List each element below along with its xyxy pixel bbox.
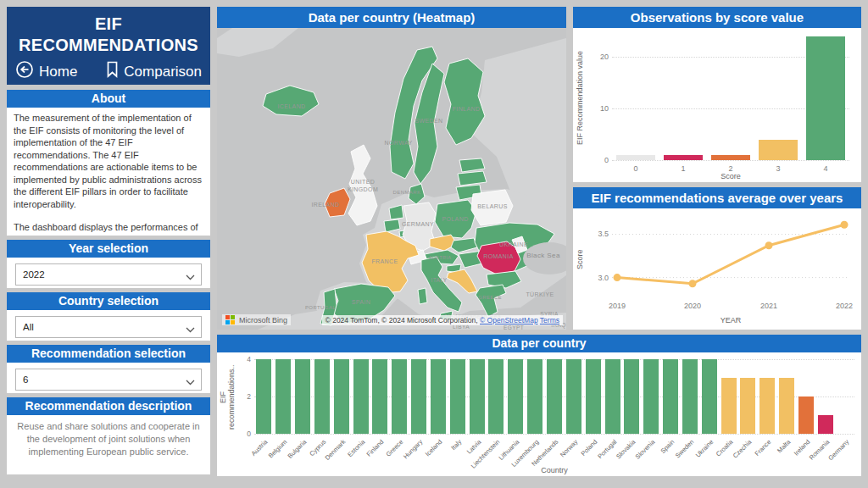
nav-row: Home Comparison xyxy=(7,56,210,83)
bar-country-ukraine[interactable] xyxy=(702,359,717,434)
map-title: Data per country (Heatmap) xyxy=(217,7,566,28)
bar-country-denmark[interactable] xyxy=(334,359,349,434)
country-selection-value: All xyxy=(23,322,34,332)
svg-text:POLAND: POLAND xyxy=(442,216,468,222)
bar-country-croatia[interactable] xyxy=(721,378,737,434)
bar-country-netherlands[interactable] xyxy=(547,359,562,434)
data-per-country-panel: Data per country EIF recommendations.. C… xyxy=(217,335,861,476)
score-tick-1: 1 xyxy=(659,164,707,173)
svg-text:KINGDOM: KINGDOM xyxy=(348,186,378,192)
year-selection-value: 2022 xyxy=(23,269,45,280)
bar-country-bulgaria[interactable] xyxy=(295,359,310,434)
svg-text:GREECE: GREECE xyxy=(478,295,502,300)
svg-text:Black Sea: Black Sea xyxy=(526,252,560,259)
svg-text:BELARUS: BELARUS xyxy=(477,203,507,209)
year-tick-2020: 2020 xyxy=(676,302,709,310)
bar-country-italy[interactable] xyxy=(450,359,465,434)
about-paragraph-1: The measurement of the implementation of… xyxy=(14,112,203,210)
bar-country-slovakia[interactable] xyxy=(624,359,639,434)
recommendation-description-text: Reuse and share solutions and cooperate … xyxy=(7,415,210,463)
map-panel: Data per country (Heatmap) xyxy=(217,7,566,330)
recommendation-selection-dropdown[interactable]: 6 xyxy=(15,369,202,391)
data-point-2021[interactable] xyxy=(765,241,773,249)
bar-country-latvia[interactable] xyxy=(470,359,485,434)
about-paragraph-2: The dashboard displays the performances … xyxy=(14,221,203,236)
svg-text:UKRAINE: UKRAINE xyxy=(499,241,528,247)
bar-country-sweden[interactable] xyxy=(682,359,698,434)
bar-country-ireland[interactable] xyxy=(798,396,814,434)
map-copyright: © 2024 TomTom, © 2024 Microsoft Corporat… xyxy=(326,316,478,324)
svg-text:FINLAND: FINLAND xyxy=(453,106,481,112)
nav-home[interactable]: Home xyxy=(15,60,77,83)
bar-country-norway[interactable] xyxy=(566,359,581,434)
svg-text:ROMANIA: ROMANIA xyxy=(483,253,513,259)
average-line xyxy=(617,225,844,284)
bar-score-3[interactable] xyxy=(759,140,798,160)
map-country-sardinia[interactable] xyxy=(418,288,427,304)
bar-country-romania[interactable] xyxy=(818,415,833,434)
nav-comparison[interactable]: Comparison xyxy=(106,61,202,82)
svg-text:TÜRKIYE: TÜRKIYE xyxy=(526,291,554,297)
year-selection-title: Year selection xyxy=(7,240,210,258)
recommendation-selection-panel: Recommendation selection 6 xyxy=(7,345,210,393)
year-selection-dropdown[interactable]: 2022 xyxy=(15,263,202,286)
bar-country-finland[interactable] xyxy=(372,359,387,434)
bar-country-poland[interactable] xyxy=(586,359,601,434)
bar-score-0[interactable] xyxy=(616,155,655,160)
bar-country-estonia[interactable] xyxy=(353,359,369,434)
bar-country-slovenia[interactable] xyxy=(643,359,659,434)
score-tick-3: 3 xyxy=(754,164,802,173)
data-point-2022[interactable] xyxy=(841,221,849,229)
svg-text:DENMARK: DENMARK xyxy=(393,190,421,195)
bar-country-spain[interactable] xyxy=(663,359,678,434)
bar-country-hungary[interactable] xyxy=(411,359,426,434)
eif-dashboard: EIF RECOMMENDATIONS Home Comparison Abou… xyxy=(0,0,868,488)
bar-country-greece[interactable] xyxy=(392,359,407,434)
average-title: EIF recommendations average over years xyxy=(573,187,861,208)
svg-text:PORTUGAL: PORTUGAL xyxy=(305,305,336,310)
bar-country-czechia[interactable] xyxy=(740,378,755,434)
map-svg: ICELANDNORWAYSWEDENFINLANDUNITEDKINGDOMI… xyxy=(217,28,566,330)
recommendation-description-panel: Recommendation description Reuse and sha… xyxy=(7,397,210,474)
svg-text:ITALY: ITALY xyxy=(431,277,447,283)
average-panel: EIF recommendations average over years S… xyxy=(573,187,861,330)
country-selection-dropdown[interactable]: All xyxy=(15,316,202,338)
recommendation-selection-value: 6 xyxy=(23,374,28,385)
bar-country-cyprus[interactable] xyxy=(314,359,330,434)
map-brand-label: Microsoft Bing xyxy=(239,316,287,324)
bar-country-lithuania[interactable] xyxy=(508,359,523,434)
chevron-down-icon xyxy=(186,377,195,387)
openstreetmap-link[interactable]: © OpenStreetMap xyxy=(480,316,538,324)
recommendation-selection-title: Recommendation selection xyxy=(7,345,210,363)
bar-country-portugal[interactable] xyxy=(605,359,620,434)
bar-country-malta[interactable] xyxy=(779,378,794,434)
year-tick-2019: 2019 xyxy=(600,302,634,310)
observations-y-axis-label: EIF Recommendation value xyxy=(576,38,584,157)
microsoft-logo-icon xyxy=(225,315,235,324)
bar-score-2[interactable] xyxy=(711,155,750,160)
data-point-2020[interactable] xyxy=(689,280,697,287)
svg-text:ICELAND: ICELAND xyxy=(277,103,305,109)
about-panel: About The measurement of the implementat… xyxy=(7,90,210,236)
bar-country-belgium[interactable] xyxy=(275,359,291,434)
score-tick-2: 2 xyxy=(707,164,754,173)
bar-score-1[interactable] xyxy=(664,155,703,160)
country-selection-panel: Country selection All xyxy=(7,292,210,341)
svg-text:IRELAND: IRELAND xyxy=(311,202,339,208)
bar-country-luxembourg[interactable] xyxy=(527,359,542,434)
observations-chart: EIF Recommendation value Score 010200123… xyxy=(573,28,861,182)
europe-heatmap[interactable]: ICELANDNORWAYSWEDENFINLANDUNITEDKINGDOMI… xyxy=(217,28,566,330)
year-tick-2021: 2021 xyxy=(752,302,786,310)
bar-country-liechtenstein[interactable] xyxy=(488,359,504,434)
bar-country-france[interactable] xyxy=(760,378,775,434)
svg-text:SWEDEN: SWEDEN xyxy=(415,118,442,124)
data-point-2019[interactable] xyxy=(614,274,621,281)
map-brand: Microsoft Bing xyxy=(222,314,291,325)
observations-x-axis-label: Score xyxy=(612,172,849,180)
app-header: EIF RECOMMENDATIONS Home Comparison xyxy=(7,7,210,85)
bar-country-iceland[interactable] xyxy=(431,359,446,434)
bar-country-austria[interactable] xyxy=(256,359,271,434)
svg-text:NORWAY: NORWAY xyxy=(385,140,413,146)
terms-link[interactable]: Terms xyxy=(540,316,559,324)
bar-score-4[interactable] xyxy=(806,36,845,160)
